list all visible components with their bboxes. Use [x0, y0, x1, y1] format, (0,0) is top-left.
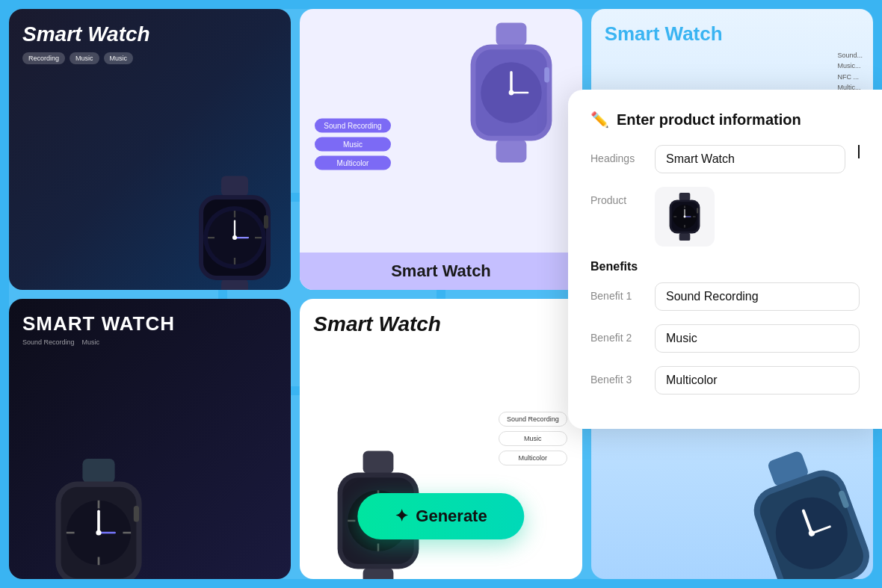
- benefit-2-label: Benefit 2: [590, 324, 643, 344]
- tag-music-2: Music: [104, 52, 134, 64]
- benefit-3-input[interactable]: [655, 366, 860, 394]
- headings-row: Headings: [590, 145, 860, 173]
- svg-rect-15: [496, 140, 526, 163]
- benefit-2-input[interactable]: [655, 324, 860, 353]
- edit-icon: ✏️: [590, 111, 609, 129]
- product-label: Product: [590, 187, 643, 206]
- chip-outline-1: Sound Recording: [499, 412, 567, 427]
- benefit-1-row: Benefit 1: [590, 282, 860, 311]
- svg-rect-46: [363, 568, 394, 579]
- tag-recording: Recording: [22, 52, 65, 64]
- tag-music-1: Music: [70, 52, 99, 64]
- headings-label: Headings: [590, 145, 643, 164]
- card-4-title: SMART WATCH: [22, 312, 277, 335]
- svg-rect-13: [264, 215, 268, 229]
- svg-rect-22: [544, 67, 549, 82]
- chip-sound-recording: Sound Recording: [315, 118, 390, 132]
- svg-rect-0: [221, 176, 248, 196]
- watch-image-4: [31, 452, 166, 579]
- svg-rect-68: [679, 233, 691, 241]
- chip-multicolor: Multicolor: [315, 155, 390, 170]
- watch-image-1: [179, 170, 291, 282]
- product-card-1: Smart Watch Recording Music Music: [9, 9, 291, 290]
- benefits-title: Benefits: [590, 260, 860, 273]
- side-text-2: Music...: [837, 61, 863, 71]
- card-5-title: Smart Watch: [313, 312, 568, 336]
- card-3-side-text: Sound... Music... NFC ... Multic...: [837, 50, 863, 93]
- chip-music: Music: [315, 137, 390, 151]
- card-1-title: Smart Watch: [22, 22, 277, 46]
- text-cursor: [858, 145, 860, 158]
- product-thumbnail[interactable]: [655, 187, 715, 247]
- svg-rect-79: [697, 208, 698, 213]
- generate-label: Generate: [416, 507, 487, 526]
- card-2-chips: Sound Recording Music Multicolor: [315, 118, 390, 170]
- svg-point-43: [96, 530, 101, 535]
- side-text-3: NFC ...: [837, 72, 863, 82]
- svg-rect-1: [221, 279, 248, 290]
- chip-outline-2: Music: [499, 431, 567, 446]
- panel-title: Enter product information: [617, 111, 801, 129]
- svg-point-21: [508, 90, 514, 96]
- headings-input[interactable]: [655, 145, 845, 173]
- product-info-panel: ✏️ Enter product information Headings Pr…: [568, 90, 882, 429]
- generate-icon: ✦: [395, 507, 408, 526]
- product-card-2: Sound Recording Music Multicolor Smart W…: [300, 9, 582, 290]
- benefit-3-row: Benefit 3: [590, 366, 860, 394]
- svg-rect-44: [134, 506, 139, 522]
- generate-button[interactable]: ✦ Generate: [357, 493, 524, 539]
- svg-rect-45: [363, 451, 394, 474]
- svg-point-78: [684, 216, 686, 218]
- subtag-1: Sound Recording: [22, 338, 75, 346]
- card-4-subtags: Sound Recording Music: [22, 338, 277, 346]
- card-2-title: Smart Watch: [309, 261, 573, 281]
- card-1-tags: Recording Music Music: [22, 52, 277, 64]
- svg-rect-14: [496, 23, 526, 46]
- svg-point-12: [232, 235, 237, 240]
- card-2-footer: Smart Watch: [300, 253, 582, 290]
- panel-header: ✏️ Enter product information: [590, 111, 860, 129]
- watch-image-6: [711, 424, 873, 579]
- chip-outline-3: Multicolor: [499, 451, 567, 465]
- watch-image-2: [448, 16, 575, 143]
- side-text-1: Sound...: [837, 50, 863, 61]
- card-3-title: Smart Watch: [605, 22, 860, 46]
- benefits-section: Benefits Benefit 1 Benefit 2 Benefit 3: [590, 260, 860, 394]
- benefit-2-row: Benefit 2: [590, 324, 860, 353]
- product-card-4: SMART WATCH Sound Recording Music: [9, 299, 291, 580]
- svg-rect-67: [679, 193, 691, 200]
- subtag-2: Music: [82, 338, 100, 346]
- benefit-3-label: Benefit 3: [590, 366, 643, 386]
- card-5-chips: Sound Recording Music Multicolor: [499, 412, 567, 465]
- benefit-1-input[interactable]: [655, 282, 860, 311]
- product-row: Product: [590, 187, 860, 247]
- benefit-1-label: Benefit 1: [590, 282, 643, 302]
- svg-rect-32: [82, 459, 114, 483]
